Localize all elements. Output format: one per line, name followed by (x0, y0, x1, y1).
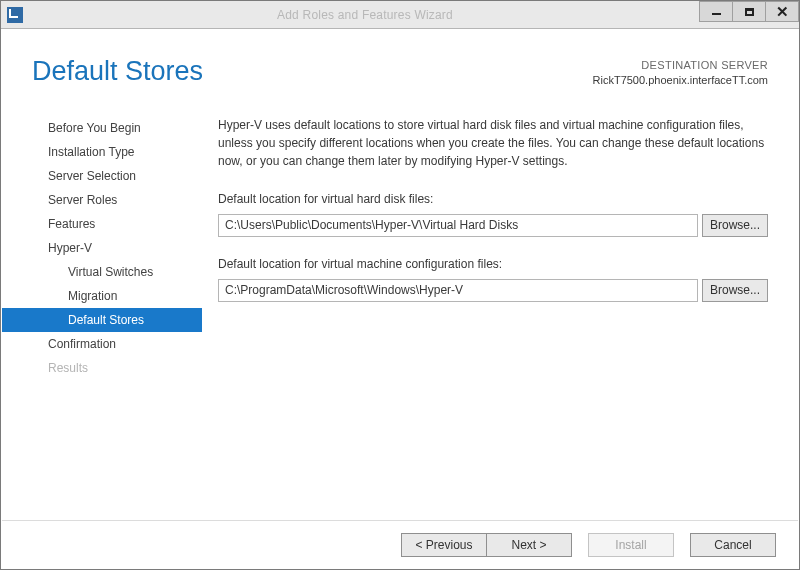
close-button[interactable]: ✕ (765, 1, 799, 22)
vhd-path-input[interactable] (218, 214, 698, 237)
maximize-button[interactable] (732, 1, 766, 22)
intro-text: Hyper-V uses default locations to store … (218, 116, 768, 170)
server-manager-icon (7, 7, 23, 23)
sidebar-item-installation-type[interactable]: Installation Type (2, 140, 202, 164)
maximize-icon (745, 8, 754, 16)
titlebar: Add Roles and Features Wizard ✕ (1, 1, 799, 29)
vhd-path-row: Browse... (218, 214, 768, 237)
sidebar-item-label: Confirmation (48, 337, 116, 351)
page-title: Default Stores (32, 56, 593, 87)
wizard-window: Add Roles and Features Wizard ✕ Default … (0, 0, 800, 570)
sidebar-item-features[interactable]: Features (2, 212, 202, 236)
sidebar-item-virtual-switches[interactable]: Virtual Switches (2, 260, 202, 284)
sidebar-item-hyper-v[interactable]: Hyper-V (2, 236, 202, 260)
vm-config-path-input[interactable] (218, 279, 698, 302)
close-icon: ✕ (776, 4, 789, 19)
wizard-mid: Before You BeginInstallation TypeServer … (2, 96, 798, 520)
destination-block: DESTINATION SERVER RickT7500.phoenix.int… (593, 56, 768, 88)
sidebar-item-default-stores[interactable]: Default Stores (2, 308, 202, 332)
destination-server: RickT7500.phoenix.interfaceTT.com (593, 73, 768, 88)
minimize-button[interactable] (699, 1, 733, 22)
sidebar-item-label: Before You Begin (48, 121, 141, 135)
sidebar-item-label: Features (48, 217, 95, 231)
window-controls: ✕ (699, 1, 799, 28)
sidebar-item-before-you-begin[interactable]: Before You Begin (2, 116, 202, 140)
window-title: Add Roles and Features Wizard (31, 8, 699, 22)
sidebar-item-confirmation[interactable]: Confirmation (2, 332, 202, 356)
sidebar-item-label: Migration (68, 289, 117, 303)
header-area: Default Stores DESTINATION SERVER RickT7… (2, 30, 798, 96)
previous-button[interactable]: < Previous (401, 533, 487, 557)
vhd-browse-button[interactable]: Browse... (702, 214, 768, 237)
wizard-sidebar: Before You BeginInstallation TypeServer … (2, 116, 202, 520)
sidebar-item-label: Results (48, 361, 88, 375)
nav-prev-next-group: < Previous Next > (401, 533, 572, 557)
sidebar-item-results: Results (2, 356, 202, 380)
minimize-icon (712, 13, 721, 15)
vhd-location-label: Default location for virtual hard disk f… (218, 190, 768, 208)
sidebar-item-server-selection[interactable]: Server Selection (2, 164, 202, 188)
sidebar-item-migration[interactable]: Migration (2, 284, 202, 308)
vm-config-path-row: Browse... (218, 279, 768, 302)
sidebar-item-label: Server Selection (48, 169, 136, 183)
next-button[interactable]: Next > (486, 533, 572, 557)
destination-label: DESTINATION SERVER (593, 58, 768, 73)
sidebar-item-label: Hyper-V (48, 241, 92, 255)
sidebar-item-server-roles[interactable]: Server Roles (2, 188, 202, 212)
sidebar-item-label: Installation Type (48, 145, 135, 159)
wizard-content: Hyper-V uses default locations to store … (202, 116, 798, 520)
wizard-body: Default Stores DESTINATION SERVER RickT7… (1, 29, 799, 569)
wizard-footer: < Previous Next > Install Cancel (2, 520, 798, 568)
vm-config-location-label: Default location for virtual machine con… (218, 255, 768, 273)
install-button[interactable]: Install (588, 533, 674, 557)
cancel-button[interactable]: Cancel (690, 533, 776, 557)
sidebar-item-label: Server Roles (48, 193, 117, 207)
sidebar-item-label: Virtual Switches (68, 265, 153, 279)
vm-config-browse-button[interactable]: Browse... (702, 279, 768, 302)
sidebar-item-label: Default Stores (68, 313, 144, 327)
